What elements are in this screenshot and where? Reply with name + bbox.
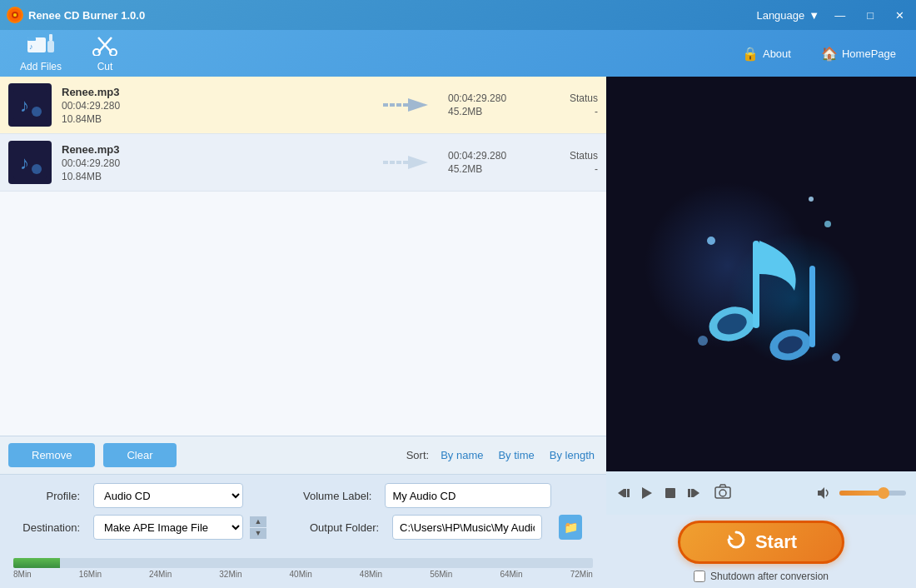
add-files-icon: ♪ bbox=[27, 34, 54, 59]
svg-rect-43 bbox=[627, 489, 630, 497]
svg-point-22 bbox=[32, 164, 42, 174]
maximize-button[interactable]: □ bbox=[862, 7, 879, 23]
main-area: ♪ Renee.mp3 00:04:29.280 10.84MB bbox=[0, 77, 916, 588]
progress-label: 16Min bbox=[79, 570, 102, 579]
svg-rect-16 bbox=[390, 103, 395, 107]
music-illustration bbox=[645, 166, 878, 382]
file-output: 00:04:29.280 45.2MB bbox=[448, 92, 531, 117]
progress-label: 8Min bbox=[13, 570, 32, 579]
profile-select[interactable]: Audio CD MP3 CD Data CD bbox=[93, 483, 243, 508]
up-button[interactable]: ▲ bbox=[250, 516, 266, 527]
svg-rect-47 bbox=[688, 489, 690, 497]
down-button[interactable]: ▼ bbox=[250, 528, 266, 539]
cut-button[interactable]: Cut bbox=[85, 31, 125, 76]
close-button[interactable]: ✕ bbox=[890, 7, 909, 23]
svg-point-2 bbox=[13, 13, 17, 17]
app-title: Renee CD Burner 1.0.0 bbox=[28, 9, 145, 22]
progress-track bbox=[13, 558, 593, 568]
output-folder-input[interactable] bbox=[392, 515, 542, 540]
file-duration: 00:04:29.280 bbox=[62, 100, 365, 112]
svg-rect-18 bbox=[403, 103, 408, 107]
menubar: ♪ Add Files Cut 🔒 About 🏠 Hom bbox=[0, 30, 916, 77]
destination-select-wrapper: Make APE Image File Burn to CD bbox=[93, 515, 243, 540]
svg-rect-5 bbox=[47, 41, 54, 52]
destination-select[interactable]: Make APE Image File Burn to CD bbox=[93, 515, 243, 540]
file-size: 10.84MB bbox=[62, 113, 365, 125]
profile-row: Profile: Audio CD MP3 CD Data CD Volume … bbox=[13, 483, 593, 508]
progress-label: 72Min bbox=[570, 570, 593, 579]
status-value: - bbox=[595, 106, 598, 117]
add-files-label: Add Files bbox=[20, 61, 62, 72]
file-output: 00:04:29.280 45.2MB bbox=[448, 150, 531, 175]
svg-rect-6 bbox=[49, 34, 52, 41]
svg-rect-32 bbox=[753, 241, 759, 328]
sort-by-time[interactable]: By time bbox=[495, 447, 537, 463]
svg-marker-46 bbox=[694, 489, 699, 497]
settings-area: Profile: Audio CD MP3 CD Data CD Volume … bbox=[0, 474, 606, 555]
file-duration: 00:04:29.280 bbox=[62, 157, 365, 169]
play-button[interactable] bbox=[640, 486, 655, 501]
sort-by-name[interactable]: By name bbox=[437, 447, 486, 463]
svg-marker-19 bbox=[408, 98, 428, 112]
progress-fill bbox=[13, 558, 60, 568]
destination-row: Destination: Make APE Image File Burn to… bbox=[13, 515, 593, 540]
svg-rect-12 bbox=[13, 88, 47, 122]
output-size: 45.2MB bbox=[448, 106, 531, 117]
svg-text:♪: ♪ bbox=[29, 42, 33, 51]
add-files-button[interactable]: ♪ Add Files bbox=[13, 31, 68, 76]
camera-button[interactable] bbox=[714, 484, 731, 502]
shutdown-checkbox[interactable] bbox=[694, 571, 705, 582]
browse-folder-button[interactable]: 📁 bbox=[559, 515, 582, 540]
file-info: Renee.mp3 00:04:29.280 10.84MB bbox=[62, 143, 365, 182]
svg-rect-20 bbox=[13, 146, 47, 179]
window-controls: — □ ✕ bbox=[829, 7, 909, 23]
folder-icon: 📁 bbox=[564, 521, 578, 534]
shutdown-label: Shutdown after conversion bbox=[710, 571, 829, 582]
remove-button[interactable]: Remove bbox=[8, 443, 95, 467]
skip-back-button[interactable] bbox=[616, 486, 631, 501]
svg-point-38 bbox=[698, 336, 708, 346]
toolbar-right: 🔒 About 🏠 HomePage bbox=[735, 42, 903, 65]
sort-area: Sort: By name By time By length bbox=[406, 447, 598, 463]
progress-labels: 8Min 16Min 24Min 32Min 40Min 48Min 56Min… bbox=[13, 570, 593, 579]
table-row: ♪ Renee.mp3 00:04:29.280 10.84MB bbox=[0, 77, 606, 134]
start-button[interactable]: Start bbox=[678, 521, 844, 564]
output-size: 45.2MB bbox=[448, 163, 531, 175]
homepage-icon: 🏠 bbox=[821, 46, 838, 62]
file-status: Status - bbox=[531, 150, 598, 175]
language-button[interactable]: Language ▼ bbox=[756, 9, 819, 22]
skip-forward-button[interactable] bbox=[686, 486, 701, 501]
file-thumbnail: ♪ bbox=[8, 83, 52, 127]
sort-by-length[interactable]: By length bbox=[546, 447, 598, 463]
file-size: 10.84MB bbox=[62, 171, 365, 182]
refresh-icon bbox=[725, 529, 747, 556]
status-label: Status bbox=[570, 92, 598, 104]
progress-label: 24Min bbox=[149, 570, 172, 579]
about-label: About bbox=[763, 47, 791, 60]
progress-bar-container: 8Min 16Min 24Min 32Min 40Min 48Min 56Min… bbox=[13, 558, 593, 581]
shutdown-checkbox-area[interactable]: Shutdown after conversion bbox=[694, 571, 829, 582]
titlebar: Renee CD Burner 1.0.0 Language ▼ — □ ✕ bbox=[0, 0, 916, 30]
svg-rect-25 bbox=[396, 161, 401, 164]
progress-area: 8Min 16Min 24Min 32Min 40Min 48Min 56Min… bbox=[0, 555, 606, 588]
progress-label: 64Min bbox=[500, 570, 522, 579]
volume-slider[interactable] bbox=[839, 491, 906, 496]
svg-rect-48 bbox=[691, 489, 694, 497]
about-button[interactable]: 🔒 About bbox=[735, 42, 798, 65]
minimize-button[interactable]: — bbox=[829, 7, 850, 23]
clear-button[interactable]: Clear bbox=[103, 443, 176, 467]
preview-area bbox=[606, 77, 916, 471]
cut-label: Cut bbox=[97, 61, 113, 72]
start-area: Start Shutdown after conversion bbox=[606, 515, 916, 588]
profile-label: Profile: bbox=[13, 490, 80, 502]
volume-button[interactable] bbox=[816, 486, 831, 501]
language-label: Language bbox=[756, 9, 804, 22]
homepage-button[interactable]: 🏠 HomePage bbox=[814, 42, 903, 65]
homepage-label: HomePage bbox=[842, 47, 896, 60]
volume-input[interactable] bbox=[385, 483, 551, 508]
volume-fill bbox=[839, 491, 879, 496]
stop-button[interactable] bbox=[663, 486, 678, 501]
svg-rect-4 bbox=[27, 37, 36, 41]
svg-marker-52 bbox=[729, 535, 734, 540]
toolbar-left: ♪ Add Files Cut bbox=[13, 31, 125, 76]
